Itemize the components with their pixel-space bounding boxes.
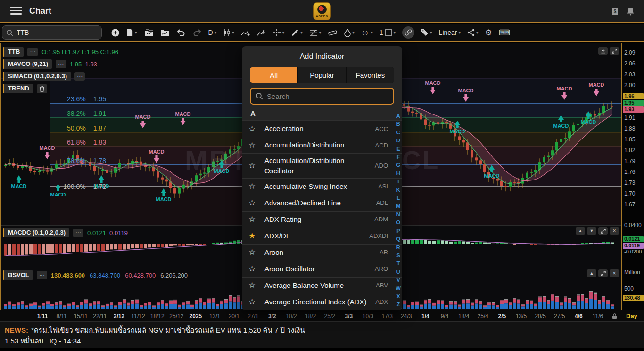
- alphabet-letter[interactable]: H: [396, 170, 400, 178]
- lock-icon[interactable]: [612, 313, 617, 321]
- tab-all[interactable]: All: [250, 67, 297, 83]
- label-tool[interactable]: ▾: [419, 27, 435, 38]
- notifications-bell-icon[interactable]: [625, 6, 636, 16]
- symbol-chip[interactable]: TTB: [3, 47, 24, 57]
- simacd-chip[interactable]: SIMACD (0.1,0.2,0.3): [3, 72, 71, 81]
- add-study-button[interactable]: [255, 27, 268, 38]
- news-ticker[interactable]: NEWS:*ครม.ไฟเขียว ขสมก.พับแผนซื้อรถเมล์ …: [5, 325, 316, 347]
- more-options-icon[interactable]: ⋯: [27, 48, 38, 56]
- measure-tool[interactable]: [325, 28, 340, 38]
- alphabet-letter[interactable]: V: [396, 276, 400, 284]
- alphabet-letter[interactable]: T: [396, 260, 400, 268]
- favorite-star-icon[interactable]: ☆: [248, 280, 260, 290]
- layout-grid-selector[interactable]: 1▾: [377, 27, 398, 38]
- indicator-search-input[interactable]: [267, 92, 380, 100]
- alphabet-letter[interactable]: O: [396, 219, 401, 227]
- account-ledger-icon[interactable]: $: [610, 6, 621, 16]
- open-layout-button[interactable]: [141, 27, 156, 38]
- tab-favorites[interactable]: Favorites: [347, 67, 394, 83]
- symbol-search[interactable]: [2, 25, 102, 40]
- favorite-star-icon[interactable]: ☆: [248, 140, 260, 150]
- alphabet-letter[interactable]: G: [396, 161, 401, 169]
- new-chart-button[interactable]: ▾: [124, 27, 140, 38]
- alphabet-letter[interactable]: R: [396, 244, 400, 252]
- indicator-item[interactable]: ★ADX/DIADXDI: [242, 228, 402, 244]
- alphabet-letter[interactable]: E: [396, 145, 400, 153]
- move-pane-up-button[interactable]: ▲: [587, 269, 596, 277]
- indicator-item[interactable]: ☆ADX RatingADM: [242, 211, 402, 228]
- more-options-icon[interactable]: ⋯: [74, 72, 85, 81]
- link-charts-button[interactable]: [400, 25, 417, 40]
- alphabet-letter[interactable]: I: [397, 178, 399, 186]
- menu-icon[interactable]: [10, 7, 22, 16]
- alphabet-letter[interactable]: C: [396, 129, 400, 137]
- favorite-star-icon[interactable]: ☆: [248, 247, 260, 257]
- more-options-icon[interactable]: ⋯: [56, 60, 66, 68]
- time-axis[interactable]: 1/118/1115/1122/112/1211/1218/1225/12202…: [0, 310, 644, 321]
- macdc-chip[interactable]: MACDC (0.1,0.2,0.3): [3, 228, 69, 237]
- emoji-tool[interactable]: ☺▾: [359, 27, 375, 38]
- alphabet-letter[interactable]: B: [396, 120, 400, 128]
- alphabet-letter[interactable]: W: [396, 285, 401, 293]
- share-button[interactable]: ▾: [465, 27, 481, 38]
- more-options-icon[interactable]: ⋯: [37, 271, 47, 279]
- delete-trend-button[interactable]: [37, 84, 47, 93]
- draw-tool[interactable]: ▾: [289, 27, 305, 38]
- indicator-item[interactable]: ☆Advanced/Declined LineADL: [242, 195, 402, 211]
- mavco-chip[interactable]: MAVCO (9,21): [3, 59, 52, 69]
- symbol-search-input[interactable]: [17, 29, 87, 36]
- indicator-item[interactable]: ☆Accumulative Swing IndexASI: [242, 178, 402, 195]
- crosshair-tool[interactable]: ▾: [270, 27, 287, 38]
- maximize-pane-button[interactable]: [598, 227, 608, 235]
- favorite-star-icon[interactable]: ★: [248, 231, 260, 241]
- tab-popular[interactable]: Popular: [298, 67, 346, 83]
- scale-selector[interactable]: Linear▾: [437, 27, 463, 38]
- indicator-item[interactable]: ☆AroonAR: [242, 244, 402, 261]
- close-pane-button[interactable]: ×: [610, 269, 619, 277]
- interval-selector[interactable]: D▾: [206, 27, 219, 38]
- alphabet-letter[interactable]: S: [396, 252, 400, 260]
- alphabet-letter[interactable]: L: [396, 194, 400, 202]
- move-pane-down-button[interactable]: [598, 47, 608, 55]
- close-pane-button[interactable]: ×: [610, 227, 619, 235]
- trend-chip[interactable]: TREND: [3, 84, 33, 93]
- alphabet-letter[interactable]: F: [396, 153, 400, 161]
- alphabet-letter[interactable]: Z: [396, 301, 400, 309]
- favorite-star-icon[interactable]: ☆: [248, 124, 260, 134]
- alphabet-letter[interactable]: P: [396, 227, 400, 235]
- favorite-star-icon[interactable]: ☆: [248, 181, 260, 191]
- maximize-pane-button[interactable]: [598, 269, 608, 277]
- alphabet-letter[interactable]: N: [396, 211, 400, 219]
- keyboard-shortcuts-button[interactable]: ⌨: [496, 27, 513, 38]
- add-symbol-button[interactable]: [108, 27, 122, 39]
- alphabet-letter[interactable]: X: [396, 293, 400, 301]
- save-layout-button[interactable]: [158, 27, 172, 38]
- period-selector[interactable]: Day: [626, 312, 637, 319]
- favorite-star-icon[interactable]: ☆: [248, 264, 260, 274]
- favorite-star-icon[interactable]: ☆: [248, 161, 260, 171]
- indicator-item[interactable]: ☆Accumulation/DistributionACD: [242, 137, 402, 153]
- alphabet-letter[interactable]: D: [396, 137, 400, 145]
- compare-button[interactable]: [239, 28, 253, 38]
- indicator-item[interactable]: ☆Average Balance VolumeABV: [242, 277, 402, 294]
- move-pane-down-button[interactable]: ▼: [587, 227, 596, 235]
- more-options-icon[interactable]: ⋯: [73, 229, 83, 237]
- settings-button[interactable]: ⚙: [483, 27, 495, 38]
- undo-button[interactable]: [174, 27, 188, 38]
- indicator-item[interactable]: ☆AccelerationACC: [242, 120, 402, 137]
- indicator-search[interactable]: [250, 88, 394, 105]
- indicator-item[interactable]: ☆Average Directional Index (ADX)ADX: [242, 294, 402, 310]
- alphabet-letter[interactable]: A: [396, 112, 400, 120]
- alphabet-letter[interactable]: U: [396, 268, 400, 276]
- move-pane-up-button[interactable]: ▲: [576, 227, 585, 235]
- alphabet-letter[interactable]: K: [396, 186, 400, 194]
- bsvol-chip[interactable]: BSVOL: [3, 270, 33, 280]
- favorite-star-icon[interactable]: ☆: [248, 297, 260, 307]
- price-axis[interactable]: 2.092.062.032.001.971.941.911.881.851.82…: [621, 43, 644, 310]
- indicator-item[interactable]: ☆Accumulation/Distribution OscillatorADO: [242, 153, 402, 178]
- alphabet-letter[interactable]: Q: [396, 235, 401, 243]
- alphabet-letter[interactable]: M: [396, 202, 400, 210]
- maximize-pane-button[interactable]: [610, 47, 619, 55]
- favorite-star-icon[interactable]: ☆: [248, 214, 260, 224]
- indicator-item[interactable]: ☆Aroon OscillatorARO: [242, 261, 402, 277]
